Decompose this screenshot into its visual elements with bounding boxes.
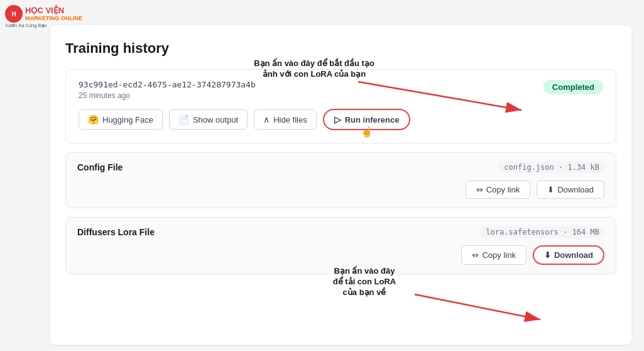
card-header: 93c991ed-ecd2-4675-ae12-374287973a4b 25 … (79, 80, 603, 100)
link-icon-2: ⇔ (472, 250, 479, 260)
config-file-section: Config File config.json · 1.34 kB ⇔ Copy… (65, 152, 616, 208)
hugging-face-button[interactable]: 🤗 Hugging Face (79, 109, 163, 130)
card-info: 93c991ed-ecd2-4675-ae12-374287973a4b 25 … (79, 80, 256, 100)
run-inference-button[interactable]: ▷ Run inference ☝ (323, 109, 411, 130)
output-icon: 📄 (178, 114, 189, 125)
hide-files-button[interactable]: ∧ Hide files (254, 109, 316, 130)
diffusers-file-header: Diffusers Lora File lora.safetensors · 1… (77, 226, 604, 238)
show-output-button[interactable]: 📄 Show output (169, 109, 248, 130)
status-badge: Completed (543, 80, 603, 94)
link-icon: ⇔ (476, 185, 483, 194)
logo-tagline: Vươn Xa Cùng Bạn (5, 23, 47, 28)
training-time: 25 minutes ago (79, 91, 256, 100)
diffusers-download-button[interactable]: ⬇ Download (533, 245, 604, 265)
logo-title: HỌC VIỆN (25, 6, 82, 15)
config-file-meta: config.json · 1.34 kB (499, 162, 604, 173)
training-id: 93c991ed-ecd2-4675-ae12-374287973a4b (79, 80, 256, 89)
hugging-face-icon: 🤗 (88, 114, 99, 125)
logo-subtitle: MARKETING ONLINE (25, 15, 82, 21)
files-icon: ∧ (263, 114, 270, 125)
diffusers-file-section: Diffusers Lora File lora.safetensors · 1… (65, 217, 616, 274)
action-buttons: 🤗 Hugging Face 📄 Show output ∧ Hide file… (79, 109, 603, 130)
play-icon: ▷ (334, 114, 341, 125)
training-card: 93c991ed-ecd2-4675-ae12-374287973a4b 25 … (65, 69, 616, 143)
diffusers-file-title: Diffusers Lora File (77, 227, 155, 237)
config-file-header: Config File config.json · 1.34 kB (77, 162, 604, 173)
config-file-title: Config File (77, 162, 123, 172)
config-file-actions: ⇔ Copy link ⬇ Download (77, 181, 604, 199)
diffusers-copy-link-button[interactable]: ⇔ Copy link (461, 245, 526, 265)
config-copy-link-button[interactable]: ⇔ Copy link (466, 181, 530, 199)
page-title: Training history (65, 40, 616, 57)
cursor-icon: ☝ (361, 126, 373, 138)
diffusers-file-actions: ⇔ Copy link ⬇ Download (77, 245, 604, 265)
download-icon-2: ⬇ (544, 250, 551, 260)
main-content: Training history 93c991ed-ecd2-4675-ae12… (50, 25, 631, 345)
config-download-button[interactable]: ⬇ Download (537, 181, 604, 199)
diffusers-file-meta: lora.safetensors · 164 MB (481, 226, 604, 238)
download-icon: ⬇ (547, 185, 554, 194)
